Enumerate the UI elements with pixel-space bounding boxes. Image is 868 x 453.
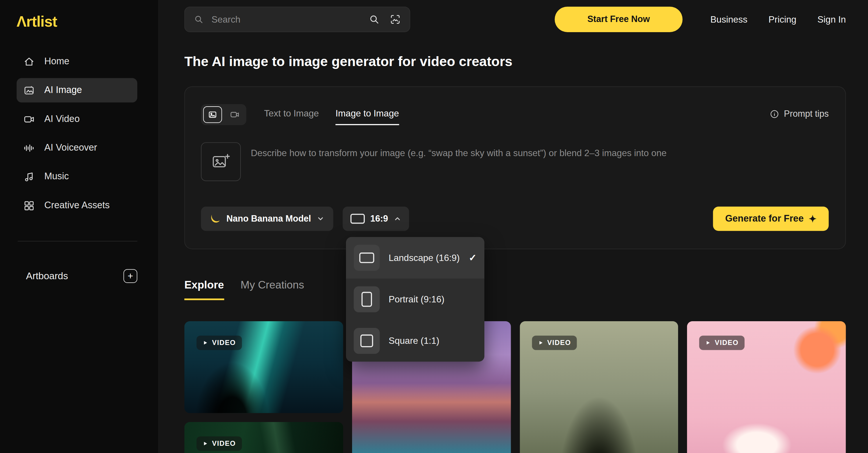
sidebar-nav: Home AI Image AI Video AI Voiceover [0, 49, 158, 222]
signin-link[interactable]: Sign In [817, 14, 846, 25]
menu-item-portrait[interactable]: Portrait (9:16) [346, 279, 485, 320]
gallery-column: VIDEO [687, 321, 846, 453]
ratio-label: 16:9 [370, 214, 388, 223]
ai-voiceover-icon [23, 142, 35, 153]
video-badge-label: VIDEO [547, 339, 571, 347]
sidebar-item-home[interactable]: Home [17, 49, 137, 73]
aspect-ratio-menu: Landscape (16:9) ✓ Portrait (9:16) Squar… [346, 237, 485, 361]
sparkle-icon: ✦ [809, 214, 816, 223]
creative-assets-icon [23, 200, 35, 211]
image-search-icon[interactable] [390, 14, 401, 25]
menu-item-square[interactable]: Square (1:1) [346, 320, 485, 361]
play-icon [203, 441, 208, 446]
menu-item-label: Portrait (9:16) [389, 294, 444, 304]
gallery-card-forest-video[interactable]: VIDEO [184, 422, 343, 453]
search-bar [184, 7, 410, 32]
sidebar: Ʌrtlist Home AI Image AI Video [0, 0, 159, 453]
search-icon [194, 14, 204, 24]
generator-panel: Text to Image Image to Image Prompt tips… [184, 86, 846, 249]
aspect-ratio-button[interactable]: 16:9 [342, 207, 409, 231]
prompt-input[interactable] [250, 146, 816, 195]
video-badge: VIDEO [196, 436, 242, 451]
check-icon: ✓ [469, 252, 476, 264]
sidebar-item-ai-image[interactable]: AI Image [17, 78, 137, 102]
add-artboard-button[interactable]: + [123, 269, 137, 283]
tab-my-creations[interactable]: My Creations [241, 279, 304, 300]
video-mode-icon[interactable] [225, 106, 244, 122]
upload-image-button[interactable] [201, 142, 241, 181]
gallery-card-suit-video[interactable]: VIDEO [519, 321, 678, 453]
music-icon [23, 171, 35, 182]
gallery-grid: VIDEO VIDEO VIDEO [184, 321, 846, 453]
prompt-tips-button[interactable]: Prompt tips [770, 109, 829, 119]
generate-button[interactable]: Generate for Free ✦ [713, 207, 829, 231]
portrait-ratio-icon [354, 286, 380, 312]
video-badge: VIDEO [532, 336, 577, 350]
generator-tabs: Text to Image Image to Image [264, 104, 399, 125]
gallery-column: VIDEO VIDEO [184, 321, 343, 453]
video-badge-label: VIDEO [212, 440, 236, 448]
landscape-ratio-icon [350, 214, 365, 223]
model-select-button[interactable]: Nano Banana Model [201, 207, 333, 231]
landscape-ratio-icon [354, 245, 380, 271]
menu-item-label: Square (1:1) [389, 336, 439, 346]
video-badge: VIDEO [196, 336, 242, 350]
page-title: The AI image to image generator for vide… [184, 54, 513, 69]
prompt-tips-label: Prompt tips [784, 109, 829, 119]
sidebar-item-label: AI Image [44, 85, 82, 96]
top-nav-links: Business Pricing Sign In [711, 7, 846, 32]
sidebar-item-label: Home [44, 56, 69, 67]
menu-item-label: Landscape (16:9) [389, 252, 460, 263]
search-actions [369, 14, 401, 25]
chevron-down-icon [316, 215, 324, 223]
tab-image-to-image[interactable]: Image to Image [336, 104, 399, 125]
ai-video-icon [23, 113, 35, 125]
image-mode-icon[interactable] [203, 106, 222, 122]
video-badge-label: VIDEO [212, 339, 236, 347]
search-submit-icon[interactable] [369, 14, 379, 25]
generator-controls: Nano Banana Model 16:9 Generate for Free… [201, 207, 829, 231]
sidebar-item-label: Music [44, 171, 69, 182]
gallery-tabs: Explore My Creations [184, 279, 304, 300]
sidebar-item-music[interactable]: Music [17, 164, 137, 189]
gallery-column: VIDEO [519, 321, 678, 453]
app: Ʌrtlist Home AI Image AI Video [0, 0, 868, 453]
sidebar-divider [18, 241, 137, 242]
sidebar-item-ai-video[interactable]: AI Video [17, 107, 137, 131]
sidebar-item-label: AI Voiceover [44, 142, 97, 153]
sidebar-item-label: AI Video [44, 114, 80, 125]
video-badge-label: VIDEO [715, 339, 739, 347]
pricing-link[interactable]: Pricing [768, 14, 796, 25]
video-badge: VIDEO [699, 336, 745, 350]
media-type-toggle[interactable] [201, 104, 246, 125]
gallery-card-pink-video[interactable]: VIDEO [687, 321, 846, 453]
chevron-up-icon [394, 215, 401, 223]
play-icon [705, 340, 711, 345]
square-ratio-icon [354, 328, 380, 354]
home-icon [23, 56, 35, 67]
image-plus-icon [212, 153, 229, 170]
banana-icon [210, 213, 221, 224]
artboards-label: Artboards [26, 270, 68, 282]
menu-item-landscape[interactable]: Landscape (16:9) ✓ [346, 237, 485, 278]
sidebar-item-label: Creative Assets [44, 200, 110, 211]
business-link[interactable]: Business [711, 14, 748, 25]
artboards-row: Artboards + [26, 269, 137, 283]
gallery-card-aurora-video[interactable]: VIDEO [184, 321, 343, 413]
generator-tab-row: Text to Image Image to Image [201, 104, 399, 125]
generate-label: Generate for Free [725, 213, 804, 224]
tab-text-to-image[interactable]: Text to Image [264, 104, 319, 125]
plus-icon: + [128, 271, 133, 281]
artlist-logo[interactable]: Ʌrtlist [17, 13, 57, 30]
tab-explore[interactable]: Explore [184, 279, 224, 300]
sidebar-item-creative-assets[interactable]: Creative Assets [17, 193, 137, 217]
play-icon [203, 340, 208, 345]
ai-image-icon [23, 85, 35, 96]
search-input[interactable] [211, 13, 362, 25]
info-icon [770, 109, 779, 119]
play-icon [538, 340, 544, 345]
sidebar-item-ai-voiceover[interactable]: AI Voiceover [17, 135, 137, 160]
start-free-button[interactable]: Start Free Now [555, 7, 683, 32]
model-label: Nano Banana Model [226, 214, 311, 223]
